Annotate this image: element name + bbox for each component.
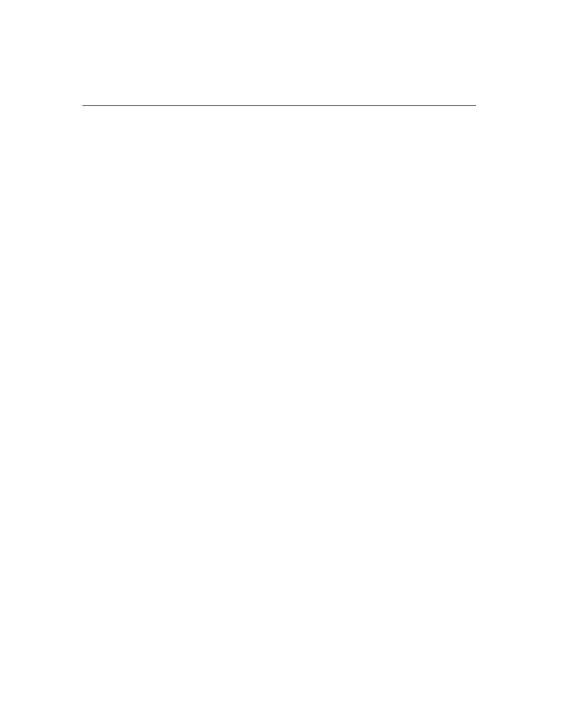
horizontal-rule bbox=[82, 105, 476, 106]
